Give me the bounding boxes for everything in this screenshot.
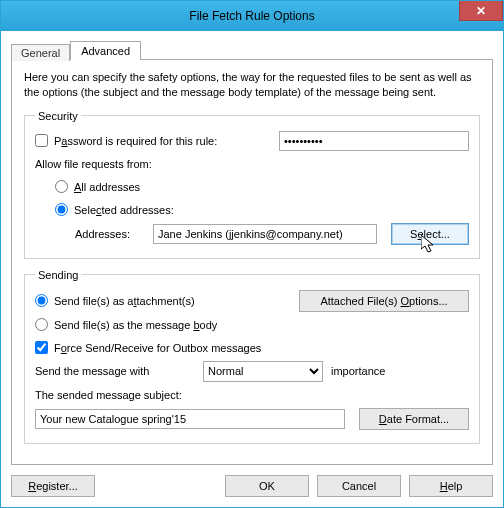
send-as-body-label: Send file(s) as the message body: [54, 319, 217, 331]
subject-label: The sended message subject:: [35, 389, 182, 401]
close-icon: ✕: [476, 4, 486, 18]
force-send-receive-checkbox[interactable]: Force Send/Receive for Outbox messages: [35, 341, 261, 354]
group-security-legend: Security: [35, 110, 81, 122]
date-format-button[interactable]: Date Format...: [359, 408, 469, 430]
tab-general[interactable]: General: [11, 44, 70, 61]
cancel-button[interactable]: Cancel: [317, 475, 401, 497]
ok-button[interactable]: OK: [225, 475, 309, 497]
group-security: Security Password is required for this r…: [24, 110, 480, 259]
all-addresses-radio[interactable]: All addresses: [55, 180, 140, 193]
password-required-checkbox[interactable]: Password is required for this rule:: [35, 134, 217, 147]
dialog-button-row: Register... OK Cancel Help: [11, 465, 493, 497]
send-as-attachment-label: Send file(s) as attachment(s): [54, 295, 195, 307]
group-sending: Sending Send file(s) as attachment(s) At…: [24, 269, 480, 444]
send-as-attachment-radio[interactable]: Send file(s) as attachment(s): [35, 294, 195, 307]
password-required-input[interactable]: [35, 134, 48, 147]
window: File Fetch Rule Options ✕ General Advanc…: [0, 0, 504, 508]
window-title: File Fetch Rule Options: [189, 9, 314, 23]
client-area: General Advanced Here you can specify th…: [1, 31, 503, 507]
addresses-label: Addresses:: [75, 228, 145, 240]
tab-strip: General Advanced: [11, 37, 493, 59]
send-as-body-input[interactable]: [35, 318, 48, 331]
send-as-body-radio[interactable]: Send file(s) as the message body: [35, 318, 217, 331]
send-with-label: Send the message with: [35, 365, 195, 377]
help-button[interactable]: Help: [409, 475, 493, 497]
force-send-receive-input[interactable]: [35, 341, 48, 354]
password-field[interactable]: [279, 131, 469, 151]
all-addresses-label: All addresses: [74, 181, 140, 193]
selected-addresses-label: Selected addresses:: [74, 204, 174, 216]
close-button[interactable]: ✕: [459, 1, 503, 21]
description-text: Here you can specify the safety options,…: [24, 70, 480, 100]
password-required-label: Password is required for this rule:: [54, 135, 217, 147]
allow-from-label: Allow file requests from:: [35, 158, 152, 170]
importance-select[interactable]: LowNormalHigh: [203, 361, 323, 382]
importance-suffix-label: importance: [331, 365, 385, 377]
tab-advanced[interactable]: Advanced: [70, 41, 141, 60]
force-send-receive-label: Force Send/Receive for Outbox messages: [54, 342, 261, 354]
attached-options-button[interactable]: Attached File(s) Options...: [299, 290, 469, 312]
titlebar: File Fetch Rule Options ✕: [1, 1, 503, 31]
select-addresses-button[interactable]: Select...: [391, 223, 469, 245]
selected-addresses-input[interactable]: [55, 203, 68, 216]
addresses-field[interactable]: [153, 224, 377, 244]
tab-panel-advanced: Here you can specify the safety options,…: [11, 59, 493, 465]
send-as-attachment-input[interactable]: [35, 294, 48, 307]
subject-field[interactable]: [35, 409, 345, 429]
selected-addresses-radio[interactable]: Selected addresses:: [55, 203, 174, 216]
all-addresses-input[interactable]: [55, 180, 68, 193]
group-sending-legend: Sending: [35, 269, 81, 281]
register-button[interactable]: Register...: [11, 475, 95, 497]
